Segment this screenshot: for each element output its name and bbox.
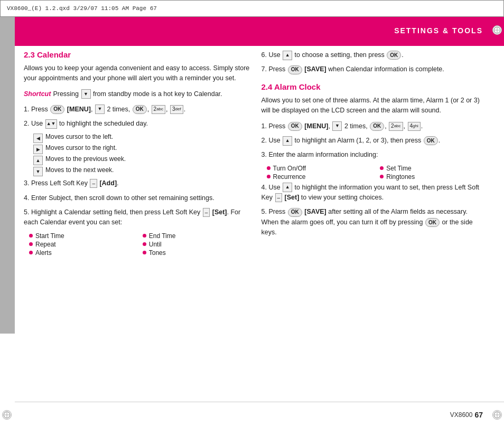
alarm-step-1: 1. Press OK [MENU], ▼ 2 times, OK, 2abc,… — [262, 121, 489, 131]
btn-ok-a2: OK — [370, 122, 384, 131]
bullet-text: Alerts — [35, 249, 52, 257]
step-1-num: 1. Press — [24, 106, 50, 113]
menu-label-1: [MENU] — [67, 106, 91, 113]
bullet-repeat: Repeat — [29, 241, 137, 248]
bullet-ringtones: Ringtones — [380, 173, 488, 181]
section-2-3-intro: Allows you to keep your agenda convenien… — [24, 63, 251, 84]
bullet-dot — [29, 251, 33, 254]
softkey-set-a4: – — [275, 193, 283, 202]
bullet-tones: Tones — [143, 249, 251, 257]
btn-ok-7: OK — [288, 65, 302, 74]
right-column: 6. Use ▲ to choose a setting, then press… — [262, 50, 489, 401]
btn-ok-2: OK — [133, 105, 147, 114]
step-3-left: 3. Press Left Soft Key – [Add]. — [24, 178, 251, 188]
reg-mark-bottom-left — [2, 410, 12, 420]
footer: VX8600 67 — [15, 402, 504, 427]
num-4ghi: 4ghi — [408, 122, 421, 131]
set-label-a4: [Set] — [285, 194, 300, 201]
substep-up-text: Moves to the previous week. — [45, 155, 126, 163]
section-2-4-title: 2.4 Alarm Clock — [262, 82, 489, 91]
left-accent — [0, 17, 15, 334]
btn-ok-a5: OK — [288, 208, 302, 217]
substep-right: ▶ Moves cursor to the right. — [33, 144, 251, 154]
step-4-left: 4. Enter Subject, then scroll down to ot… — [24, 193, 251, 203]
substep-up: ▲ Moves to the previous week. — [33, 155, 251, 165]
bullet-dot — [380, 175, 384, 178]
section-2-3-title: 2.3 Calendar — [24, 50, 251, 59]
num-2abc-a: 2abc — [389, 122, 403, 131]
reg-mark-bottom-right — [492, 410, 502, 420]
reg-mark-top-right-body — [492, 25, 502, 35]
main-content: 2.3 Calendar Allows you to keep your age… — [24, 50, 488, 401]
bullet-text: Recurrence — [273, 173, 306, 181]
top-band: SETTINGS & TOOLS — [0, 17, 504, 44]
menu-label-a1: [MENU] — [304, 122, 328, 130]
bullet-dot — [143, 251, 146, 254]
bullet-text: Set Time — [386, 165, 411, 172]
step-6-right: 6. Use ▲ to choose a setting, then press… — [262, 50, 489, 60]
bullet-dot — [143, 242, 146, 246]
doc-header-text: VX8600_(E) 1.2.qxd 3/29/07 11:05 AM Page… — [7, 5, 157, 12]
top-band-title: SETTINGS & TOOLS — [394, 26, 483, 35]
nav-btn-down-shortcut: ▼ — [81, 89, 91, 99]
bullet-dot — [267, 166, 270, 170]
section-2-4-intro: Allows you to set one of three alarms. A… — [262, 96, 489, 116]
bullet-dot — [143, 234, 146, 238]
shortcut-label: Shortcut — [24, 89, 51, 99]
nav-up-6: ▲ — [283, 51, 292, 60]
num-2abc: 2abc — [152, 105, 165, 114]
bullet-grid-alarm: Turn On/Off Set Time Recurrence Ringtone… — [267, 165, 489, 181]
nav-down-a1: ▼ — [332, 121, 342, 131]
nav-up-a2: ▲ — [283, 136, 292, 146]
bullet-text: Ringtones — [386, 173, 415, 181]
btn-ok-a1: OK — [288, 122, 302, 131]
bullet-dot — [29, 234, 33, 238]
left-column: 2.3 Calendar Allows you to keep your age… — [24, 50, 251, 401]
bullet-text: Repeat — [35, 241, 56, 248]
footer-page: 67 — [474, 411, 483, 419]
step-2-left: 2. Use ▲▼ to highlight the scheduled day… — [24, 119, 251, 129]
btn-ok-a2b: OK — [424, 136, 438, 145]
step-1-left: 1. Press OK [MENU], ▼ 2 times, OK, 2abc,… — [24, 105, 251, 115]
footer-brand: VX8600 — [450, 411, 473, 419]
bullet-dot — [267, 175, 270, 178]
substep-down-text: Moves to the next week. — [45, 166, 114, 174]
alarm-step-4: 4. Use ▲ to highlight the information yo… — [262, 183, 489, 203]
alarm-step-3: 3. Enter the alarm information including… — [262, 150, 489, 160]
nav-updown-2: ▲▼ — [45, 119, 57, 129]
alarm-step-2: 2. Use ▲ to highlight an Alarm (1, 2, or… — [262, 136, 489, 146]
shortcut-text: Pressing ▼ from standby mode is a hot ke… — [53, 89, 250, 99]
substep-down: ▼ Moves to the next week. — [33, 166, 251, 176]
step-5-left: 5. Highlight a Calendar setting field, t… — [24, 207, 251, 228]
bullet-end-time: End Time — [143, 232, 251, 240]
btn-ok-1: OK — [50, 105, 64, 114]
bullet-text: Turn On/Off — [273, 165, 306, 172]
divider-line — [15, 44, 504, 46]
substep-right-text: Moves cursor to the right. — [45, 144, 117, 151]
alarm-step-5-text2: When the alarm goes off, you can turn it… — [262, 219, 425, 226]
alarm-step-1-num: 1. Press — [262, 122, 287, 130]
bullet-text: Tones — [149, 249, 166, 257]
bullet-text: Until — [149, 241, 162, 248]
substep-list: ◀ Moves cursor to the left. ▶ Moves curs… — [33, 133, 251, 176]
bullet-dot — [29, 242, 33, 246]
nav-up-a4: ▲ — [283, 183, 292, 192]
bullet-set-time: Set Time — [380, 165, 488, 172]
btn-ok-a5b: OK — [425, 218, 440, 227]
btn-ok-6: OK — [387, 51, 401, 60]
bullet-recurrence: Recurrence — [267, 173, 375, 181]
save-label-7: [SAVE] — [304, 65, 326, 73]
bullet-turn-on-off: Turn On/Off — [267, 165, 375, 172]
arrow-up: ▲ — [33, 156, 43, 165]
bullet-text: End Time — [149, 232, 176, 240]
arrow-right: ▶ — [33, 145, 43, 154]
substep-left-text: Moves cursor to the left. — [45, 133, 113, 140]
bullet-text: Start Time — [35, 232, 64, 240]
bullet-dot — [380, 166, 384, 170]
doc-header: VX8600_(E) 1.2.qxd 3/29/07 11:05 AM Page… — [0, 0, 504, 17]
arrow-down: ▼ — [33, 167, 43, 176]
step-7-right: 7. Press OK [SAVE] when Calendar informa… — [262, 64, 489, 74]
add-label: [Add] — [99, 179, 117, 187]
bullet-grid-calendar: Start Time End Time Repeat Until Alerts … — [29, 232, 251, 257]
save-label-a5: [SAVE] — [304, 208, 326, 215]
